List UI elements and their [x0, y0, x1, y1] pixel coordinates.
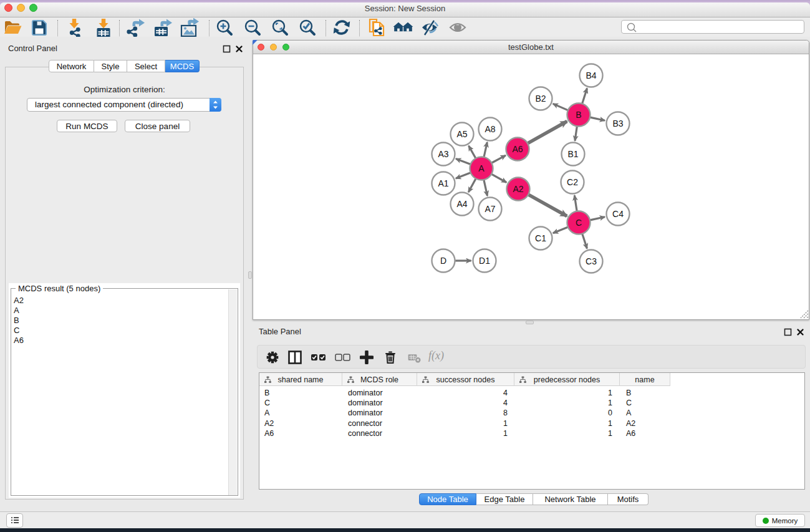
- svg-text:C: C: [576, 218, 582, 228]
- svg-text:C3: C3: [586, 256, 597, 266]
- svg-text:C2: C2: [567, 177, 578, 187]
- svg-text:D1: D1: [479, 256, 490, 266]
- svg-text:D: D: [440, 256, 446, 266]
- svg-text:A1: A1: [438, 178, 448, 188]
- svg-text:A: A: [478, 163, 485, 173]
- svg-text:A2: A2: [513, 184, 523, 194]
- svg-text:A4: A4: [456, 199, 467, 209]
- svg-text:A6: A6: [512, 144, 523, 154]
- svg-text:A5: A5: [456, 129, 467, 139]
- svg-text:A8: A8: [485, 124, 495, 134]
- svg-text:C4: C4: [612, 209, 624, 219]
- svg-text:B3: B3: [612, 118, 623, 128]
- svg-text:C1: C1: [535, 233, 546, 243]
- svg-text:B: B: [576, 110, 581, 120]
- svg-text:B1: B1: [567, 149, 578, 159]
- svg-text:A7: A7: [485, 204, 495, 214]
- svg-text:B2: B2: [535, 94, 546, 104]
- svg-text:A3: A3: [438, 149, 448, 159]
- svg-text:B4: B4: [586, 70, 596, 80]
